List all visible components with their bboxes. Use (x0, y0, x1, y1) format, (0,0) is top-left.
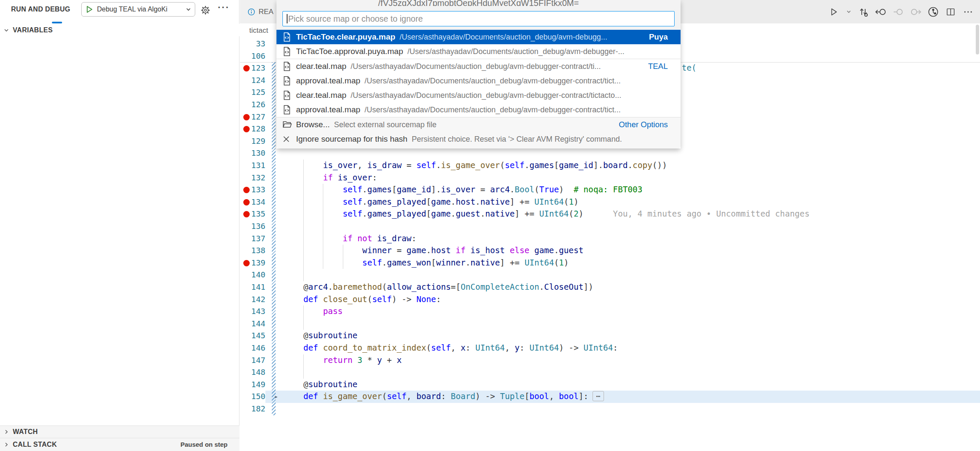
breakpoint-gutter[interactable] (240, 305, 250, 318)
breakpoint-icon[interactable] (243, 126, 250, 132)
breakpoint-gutter[interactable] (240, 354, 250, 367)
quickpick-item[interactable]: TicTacToe.approval.puya.map /Users/astha… (276, 44, 681, 59)
code-text[interactable] (284, 147, 980, 160)
code-text[interactable]: is_over, is_draw = self.is_game_over(sel… (284, 160, 980, 172)
code-line[interactable]: 140 (240, 269, 980, 281)
breakpoint-gutter[interactable] (240, 38, 250, 50)
code-text[interactable]: if is_over: (284, 172, 980, 184)
code-line[interactable]: 144 (240, 318, 980, 330)
code-text[interactable] (284, 269, 980, 281)
breakpoint-gutter[interactable] (240, 294, 250, 306)
more-actions-icon[interactable]: ··· (218, 2, 230, 13)
launch-profile-button[interactable] (927, 6, 939, 18)
code-text[interactable]: self.games_played[game.guest.native] += … (284, 208, 980, 220)
breakpoint-gutter[interactable] (240, 391, 250, 403)
breakpoint-gutter[interactable] (240, 379, 250, 391)
code-text[interactable]: def is_game_over(self, board: Board) -> … (284, 391, 980, 403)
breadcrumb-file[interactable]: tictact (249, 26, 268, 35)
breakpoint-gutter[interactable] (240, 50, 250, 63)
more-actions-icon[interactable] (962, 6, 974, 18)
code-line[interactable]: 141 @arc4.baremethod(allow_actions=[OnCo… (240, 281, 980, 294)
watch-section-header[interactable]: WATCH (0, 425, 239, 438)
code-text[interactable]: def close_out(self) -> None: (284, 294, 980, 306)
code-text[interactable]: self.games_played[game.host.native] += U… (284, 196, 980, 208)
variables-section-header[interactable]: VARIABLES (0, 24, 239, 36)
code-line[interactable]: 142 def close_out(self) -> None: (240, 294, 980, 306)
breakpoint-gutter[interactable] (240, 245, 250, 257)
code-text[interactable] (284, 366, 980, 379)
breakpoint-gutter[interactable] (240, 160, 250, 172)
quickpick-browse-item[interactable]: Browse... Select external sourcemap file… (276, 117, 681, 132)
breakpoint-gutter[interactable] (240, 403, 250, 415)
breakpoint-gutter[interactable] (240, 269, 250, 281)
play-icon[interactable] (85, 5, 94, 14)
code-line[interactable]: 149 @subroutine (240, 379, 980, 391)
switch-sourcemap-button[interactable] (858, 6, 869, 18)
step-back-button[interactable] (875, 6, 887, 18)
code-line[interactable]: 147 return 3 * y + x (240, 354, 980, 367)
code-text[interactable]: @subroutine (284, 379, 980, 391)
code-line[interactable]: 137 if not is_draw: (240, 233, 980, 245)
breakpoint-gutter[interactable] (240, 318, 250, 330)
quickpick-input[interactable]: Pick source map or choose to ignore (282, 11, 675, 26)
breakpoint-gutter[interactable] (240, 184, 250, 196)
code-line[interactable]: 134 self.games_played[game.host.native] … (240, 196, 980, 208)
code-line[interactable]: 136 (240, 220, 980, 233)
quickpick-item[interactable]: approval.teal.map /Users/asthayadav/Docu… (276, 103, 681, 117)
code-line[interactable]: 131 is_over, is_draw = self.is_game_over… (240, 160, 980, 172)
breakpoint-gutter[interactable] (240, 281, 250, 294)
code-line[interactable]: 148 (240, 366, 980, 379)
editor-tab[interactable]: REA (240, 0, 281, 23)
run-dropdown-button[interactable] (845, 6, 852, 18)
breakpoint-gutter[interactable] (240, 74, 250, 87)
breakpoint-gutter[interactable] (240, 111, 250, 123)
breakpoint-icon[interactable] (243, 211, 250, 217)
code-line[interactable]: 135 self.games_played[game.guest.native]… (240, 208, 980, 220)
launch-config-dropdown[interactable]: Debug TEAL via AlgoKi (81, 2, 195, 17)
breakpoint-gutter[interactable] (240, 233, 250, 245)
code-text[interactable] (284, 318, 980, 330)
code-text[interactable]: @subroutine (284, 330, 980, 342)
step-disabled-button[interactable] (892, 6, 904, 18)
code-line[interactable]: 182 (240, 403, 980, 415)
breakpoint-gutter[interactable] (240, 99, 250, 111)
breakpoint-gutter[interactable] (240, 196, 250, 208)
breakpoint-icon[interactable] (243, 114, 250, 120)
breakpoint-gutter[interactable] (240, 257, 250, 269)
code-text[interactable]: @arc4.baremethod(allow_actions=[OnComple… (284, 281, 980, 294)
breakpoint-gutter[interactable] (240, 342, 250, 354)
breakpoint-gutter[interactable] (240, 366, 250, 379)
code-text[interactable]: self.games[game_id].is_over = arc4.Bool(… (284, 184, 980, 196)
code-line[interactable]: 150▸ def is_game_over(self, board: Board… (240, 391, 980, 403)
breakpoint-gutter[interactable] (240, 208, 250, 220)
breakpoint-icon[interactable] (243, 187, 250, 193)
quickpick-item[interactable]: clear.teal.map /Users/asthayadav/Documen… (276, 59, 681, 74)
code-line[interactable]: 146 def coord_to_matrix_index(self, x: U… (240, 342, 980, 354)
code-line[interactable]: 133 self.games[game_id].is_over = arc4.B… (240, 184, 980, 196)
breakpoint-icon[interactable] (243, 199, 250, 206)
breakpoint-gutter[interactable] (240, 172, 250, 184)
breakpoint-icon[interactable] (243, 65, 250, 71)
breakpoint-gutter[interactable] (240, 62, 250, 74)
breakpoint-gutter[interactable] (240, 330, 250, 342)
split-editor-button[interactable] (945, 6, 957, 18)
code-line[interactable]: 143 pass (240, 305, 980, 318)
code-text[interactable]: pass (284, 305, 980, 318)
code-line[interactable]: 132 if is_over: (240, 172, 980, 184)
code-text[interactable] (284, 220, 980, 233)
code-line[interactable]: 130 (240, 147, 980, 160)
breakpoint-gutter[interactable] (240, 123, 250, 135)
code-line[interactable]: 138 winner = game.host if is_host else g… (240, 245, 980, 257)
breakpoint-gutter[interactable] (240, 135, 250, 148)
quickpick-item[interactable]: TicTacToe.clear.puya.map /Users/asthayad… (276, 30, 681, 44)
code-line[interactable]: 139 self.games_won[winner.native] += UIn… (240, 257, 980, 269)
code-text[interactable]: return 3 * y + x (284, 354, 980, 367)
folded-code-placeholder[interactable]: ⋯ (593, 391, 604, 401)
code-text[interactable]: def coord_to_matrix_index(self, x: UInt6… (284, 342, 980, 354)
breakpoint-gutter[interactable] (240, 220, 250, 233)
code-text[interactable]: winner = game.host if is_host else game.… (284, 245, 980, 257)
code-text[interactable]: self.games_won[winner.native] += UInt64(… (284, 257, 980, 269)
gear-icon[interactable] (200, 5, 211, 16)
code-text[interactable] (284, 403, 980, 415)
breakpoint-gutter[interactable] (240, 86, 250, 99)
